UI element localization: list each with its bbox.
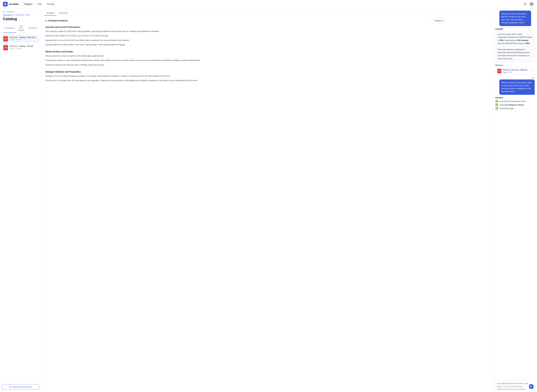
user-message-text: What was Acme Corporation's EBITDA margi… — [499, 11, 531, 26]
doc-item[interactable]: PDF 24-01-16 - Catalog - Pitch Dec... 5.… — [2, 35, 39, 43]
doc-meta: 5.8 MB – Parsed — [9, 39, 38, 41]
doc-meta: 5.8 MB – Parsed — [9, 47, 38, 49]
main-layout: ⊟ › Catalog catalogapp.io · 15-01-2024 ·… — [0, 8, 537, 392]
analysis-para: Revenue of $2.2 billion for Q4 2023, an … — [45, 34, 489, 37]
tab-day-one-insights[interactable]: Day One Insights — [16, 23, 26, 33]
catalog-tabs: Documents Day One Insights Workflows — [3, 23, 38, 33]
source-page: Page 12-13. — [503, 71, 530, 73]
analysis-header: Analysis Summary ⋯ — [41, 8, 493, 16]
chat-send-button[interactable] — [529, 384, 533, 389]
top-nav: sociates Projects Chat Prompts OR — [0, 0, 537, 8]
breadcrumb-icon: ⊟ — [3, 11, 5, 13]
svg-rect-1 — [5, 4, 6, 5]
breadcrumb-separator: › — [5, 11, 6, 13]
chat-input-wrapper — [495, 380, 535, 390]
logo-icon — [3, 2, 8, 6]
analysis-para: Core Service: Launched over 430 new feat… — [45, 79, 489, 82]
center-panel: Analysis Summary ⋯ Actions ▾ 1. Company … — [41, 8, 493, 392]
analysis-h1: 1. Company Analysis: — [45, 19, 489, 22]
more-options-button[interactable]: ⋯ — [485, 11, 490, 15]
left-header: ⊟ › Catalog catalogapp.io · 15-01-2024 ·… — [0, 8, 41, 33]
status-list: ✅ Searching for the relevant docs.. ✅ Us… — [495, 100, 535, 110]
check-icon: ✅ — [495, 107, 498, 110]
logo-area: sociates — [3, 2, 19, 6]
status-item: ✅ Searching for the relevant docs.. — [495, 100, 535, 103]
bot-status-section: Sociates ✅ Searching for the relevant do… — [495, 97, 535, 110]
catalog-meta: catalogapp.io · 15-01-2024 · 20:56 — [3, 14, 38, 16]
svg-point-2 — [525, 4, 526, 5]
analysis-heading-market: Market Position and Growth: — [45, 51, 489, 53]
source-pdf-icon: PDF — [497, 69, 501, 73]
doc-name: 24-01-16 - Catalog - Pitch Dec... — [9, 36, 38, 38]
doc-item[interactable]: PDF 24-01-16 - Catalog - DD.pdf 5.8 MB –… — [2, 44, 39, 52]
doc-name: 24-01-16 - Catalog - DD.pdf — [9, 45, 38, 47]
sources-label: Sources — [495, 64, 535, 66]
tab-workflows[interactable]: Workflows — [26, 23, 39, 33]
source-card[interactable]: PDF Financial_Overview_2024.pdf Page 12-… — [495, 67, 535, 75]
tab-documents[interactable]: Documents — [3, 23, 16, 33]
breadcrumb-current: Catalog — [7, 11, 14, 13]
logo-text: sociates — [9, 3, 19, 6]
status-item: ✅ Generating reply... — [495, 107, 535, 110]
actions-label: Actions — [434, 19, 441, 22]
catalog-title: Catalog — [3, 17, 38, 21]
analysis-heading-overview: Overview and Current Performance: — [45, 26, 489, 28]
right-panel: What was Acme Corporation's EBITDA margi… — [493, 8, 537, 392]
status-item: ✅ Using Due Diligence Report — [495, 103, 535, 106]
actions-button[interactable]: Actions ▾ — [432, 18, 446, 23]
breadcrumb: ⊟ › Catalog — [3, 11, 38, 13]
sources-section: Sources PDF Financial_Overview_2024.pdf … — [495, 64, 535, 75]
bot-response: Sociates In the fiscal year 2024, Acme C… — [495, 28, 535, 62]
status-text: Using Due Diligence Report — [499, 104, 524, 106]
source-filename: Financial_Overview_2024.pdf — [503, 69, 530, 71]
analysis-tabs: Analysis Summary — [44, 11, 70, 16]
external-link-icon[interactable]: ↗ — [531, 70, 533, 72]
check-icon: ✅ — [495, 100, 498, 103]
chat-messages: What was Acme Corporation's EBITDA margi… — [493, 8, 537, 378]
nav-prompts[interactable]: Prompts — [45, 2, 57, 6]
upload-document-button[interactable]: Upload new Document — [2, 384, 39, 390]
tab-analysis[interactable]: Analysis — [44, 11, 57, 16]
user-message: What was Acme Corporation's EBITDA margi… — [499, 11, 535, 26]
upload-btn-label: Upload new Document — [12, 386, 32, 388]
analysis-para: The company ended Q4 2023 with a strong … — [45, 30, 489, 33]
sociates-label: Sociates — [495, 28, 535, 30]
sociates-label-2: Sociates — [495, 97, 535, 99]
you-section: You What was Acme Corporation's debt-to-… — [495, 77, 535, 95]
chevron-down-icon: ▾ — [442, 19, 443, 22]
analysis-section-market: Market Position and Growth: Strong prese… — [45, 51, 489, 66]
nav-chat[interactable]: Chat — [35, 2, 44, 6]
analysis-para: Adjusted EBITDA of $738 million in Q4 20… — [45, 43, 489, 46]
analysis-para: Hosting: Focus on making hosting as popu… — [45, 75, 489, 78]
analysis-heading-strategic: Strategic Initiatives and Proposition: — [45, 71, 489, 73]
bot-message-text: In the fiscal year 2024, Acme Corporatio… — [495, 31, 535, 62]
document-list: PDF 24-01-16 - Catalog - Pitch Dec... 5.… — [0, 33, 41, 383]
analysis-section-overview: Overview and Current Performance: The co… — [45, 26, 489, 46]
left-panel: ⊟ › Catalog catalogapp.io · 15-01-2024 ·… — [0, 8, 41, 392]
nav-projects[interactable]: Projects — [22, 2, 34, 6]
analysis-section-h1: 1. Company Analysis: — [45, 19, 489, 22]
tab-summary[interactable]: Summary — [57, 11, 70, 16]
avatar-button[interactable]: OR — [529, 2, 534, 7]
settings-button[interactable] — [523, 1, 528, 7]
analysis-para: Strong presence across all regions with … — [45, 54, 489, 57]
actions-area: Actions ▾ — [432, 18, 446, 23]
analysis-para: Continuing to invest in under-penetrated… — [45, 59, 489, 62]
you-label: You — [495, 77, 535, 79]
check-icon: ✅ — [495, 103, 498, 106]
pdf-icon: PDF — [3, 45, 8, 50]
status-text: Searching for the relevant docs.. — [499, 100, 527, 103]
user-message-2-text: What was Acme Corporation's debt-to-equi… — [499, 79, 535, 95]
analysis-content: 1. Company Analysis: Overview and Curren… — [41, 16, 493, 392]
analysis-para: Expansion beyond core services with a st… — [45, 63, 489, 66]
chat-input-area — [493, 378, 537, 392]
analysis-section-strategic: Strategic Initiatives and Proposition: H… — [45, 71, 489, 82]
status-text: Generating reply... — [499, 107, 515, 109]
analysis-para: Adjusted Net Income for Q4 2023 was $489… — [45, 39, 489, 42]
pdf-icon: PDF — [3, 36, 8, 42]
